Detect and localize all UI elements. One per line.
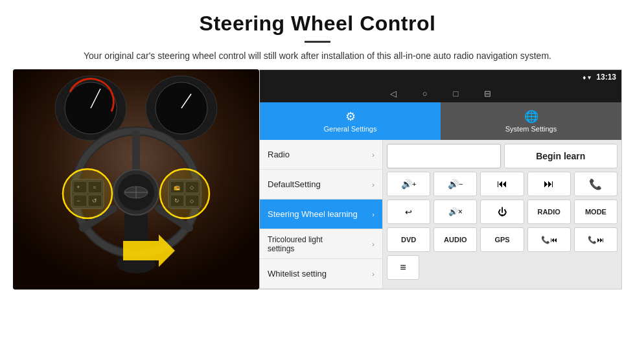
recent-icon[interactable]: □ — [454, 89, 459, 98]
page-header: Steering Wheel Control Your original car… — [0, 0, 635, 69]
hang-up-button[interactable]: ↩ — [387, 199, 430, 224]
main-content: + ≈ − ↺ 📻 ◇ ↻ ◇ — [0, 69, 635, 302]
tab-bar: ⚙ General Settings 🌐 System Settings — [260, 102, 621, 140]
menu-list: Radio › DefaultSetting › Steering Wheel … — [260, 140, 383, 289]
status-bar: ♦▾ 13:13 — [260, 70, 621, 84]
list-button[interactable]: ≡ — [387, 255, 419, 280]
begin-learn-button[interactable]: Begin learn — [504, 144, 618, 168]
chevron-icon: › — [372, 240, 375, 248]
status-time: 13:13 — [596, 73, 616, 82]
radio-button[interactable]: RADIO — [527, 199, 571, 224]
tab-system[interactable]: 🌐 System Settings — [441, 102, 621, 140]
phone-next-button[interactable]: 📞⏭ — [574, 227, 618, 252]
back-icon[interactable]: ◁ — [390, 89, 397, 98]
page-subtitle: Your original car's steering wheel contr… — [26, 49, 609, 63]
tab-general[interactable]: ⚙ General Settings — [260, 102, 441, 140]
gps-button[interactable]: GPS — [480, 227, 524, 252]
mute-button[interactable]: 🔊× — [433, 199, 477, 224]
phone-prev-button[interactable]: 📞⏮ — [527, 227, 571, 252]
menu-item-tricolor-label: Tricoloured lightsettings — [268, 235, 323, 253]
svg-point-37 — [63, 169, 112, 218]
chevron-icon: › — [372, 181, 375, 188]
vol-down-button[interactable]: 🔊− — [433, 172, 477, 196]
menu-item-steering-label: Steering Wheel learning — [268, 209, 358, 219]
menu-item-radio-label: Radio — [268, 150, 290, 159]
title-divider — [305, 41, 330, 43]
menu-item-default-label: DefaultSetting — [268, 179, 321, 189]
tab-system-label: System Settings — [505, 125, 557, 133]
key-input-field — [387, 144, 501, 168]
chevron-icon: › — [372, 151, 375, 159]
ctrl-row-3: ↩ 🔊× ⏻ RADIO MODE — [387, 199, 618, 224]
globe-icon: 🌐 — [524, 109, 538, 124]
menu-item-tricolor[interactable]: Tricoloured lightsettings › — [260, 229, 382, 259]
dvd-button[interactable]: DVD — [387, 227, 430, 252]
car-image: + ≈ − ↺ 📻 ◇ ↻ ◇ — [13, 69, 259, 290]
phone-button[interactable]: 📞 — [574, 172, 618, 196]
ctrl-row-2: 🔊+ 🔊− ⏮ ⏭ 📞 — [387, 172, 618, 196]
chevron-icon: › — [372, 210, 375, 218]
content-area: Radio › DefaultSetting › Steering Wheel … — [260, 140, 621, 289]
menu-icon[interactable]: ⊟ — [484, 89, 491, 98]
ctrl-row-5: ≡ — [387, 255, 618, 280]
power-button[interactable]: ⏻ — [480, 199, 524, 224]
prev-track-button[interactable]: ⏮ — [480, 172, 524, 196]
svg-point-38 — [160, 169, 209, 218]
mode-button[interactable]: MODE — [574, 199, 618, 224]
tab-general-label: General Settings — [324, 125, 377, 133]
menu-item-radio[interactable]: Radio › — [260, 140, 382, 170]
gear-icon: ⚙ — [345, 109, 356, 124]
page-title: Steering Wheel Control — [26, 12, 609, 36]
control-panel: Begin learn 🔊+ 🔊− ⏮ ⏭ 📞 ↩ 🔊× ⏻ RADIO MOD — [383, 140, 621, 289]
ctrl-row-1: Begin learn — [387, 144, 618, 168]
menu-item-default[interactable]: DefaultSetting › — [260, 170, 382, 199]
status-icons: ♦▾ — [583, 74, 591, 81]
nav-bar: ◁ ○ □ ⊟ — [260, 84, 621, 102]
android-ui: ♦▾ 13:13 ◁ ○ □ ⊟ ⚙ General Settings 🌐 Sy… — [259, 69, 622, 290]
ctrl-row-4: DVD AUDIO GPS 📞⏮ 📞⏭ — [387, 227, 618, 252]
audio-button[interactable]: AUDIO — [433, 227, 477, 252]
next-track-button[interactable]: ⏭ — [527, 172, 571, 196]
menu-item-whitelist[interactable]: Whitelist setting › — [260, 259, 382, 289]
menu-item-whitelist-label: Whitelist setting — [268, 269, 327, 279]
chevron-icon: › — [372, 270, 375, 278]
vol-up-button[interactable]: 🔊+ — [387, 172, 430, 196]
menu-item-steering[interactable]: Steering Wheel learning › — [260, 199, 382, 229]
home-icon[interactable]: ○ — [422, 89, 428, 98]
